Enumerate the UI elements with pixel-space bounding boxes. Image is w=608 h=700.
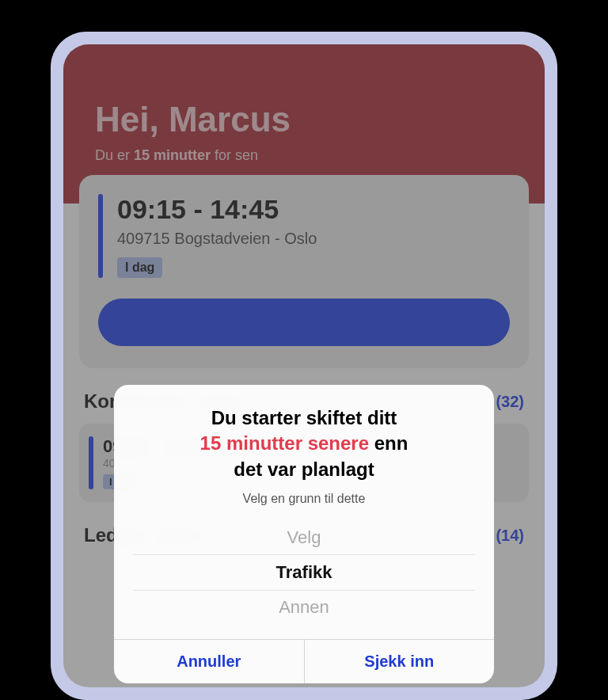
picker-option-selected[interactable]: Trafikk xyxy=(133,555,475,590)
picker-option[interactable]: Velg xyxy=(133,520,475,555)
modal-title: Du starter skiftet ditt 15 minutter sene… xyxy=(133,405,475,482)
screen: Hei, Marcus Du er 15 minutter for sen 09… xyxy=(63,44,545,687)
modal-footer: Annuller Sjekk inn xyxy=(114,639,494,683)
picker-option[interactable]: Annen xyxy=(133,590,475,625)
phone-frame: Hei, Marcus Du er 15 minutter for sen 09… xyxy=(51,32,557,700)
cancel-button[interactable]: Annuller xyxy=(114,640,305,683)
modal-subtitle: Velg en grunn til dette xyxy=(133,492,475,506)
late-reason-modal: Du starter skiftet ditt 15 minutter sene… xyxy=(114,385,494,683)
confirm-button[interactable]: Sjekk inn xyxy=(305,640,495,683)
reason-picker[interactable]: Velg Trafikk Annen xyxy=(133,520,475,625)
